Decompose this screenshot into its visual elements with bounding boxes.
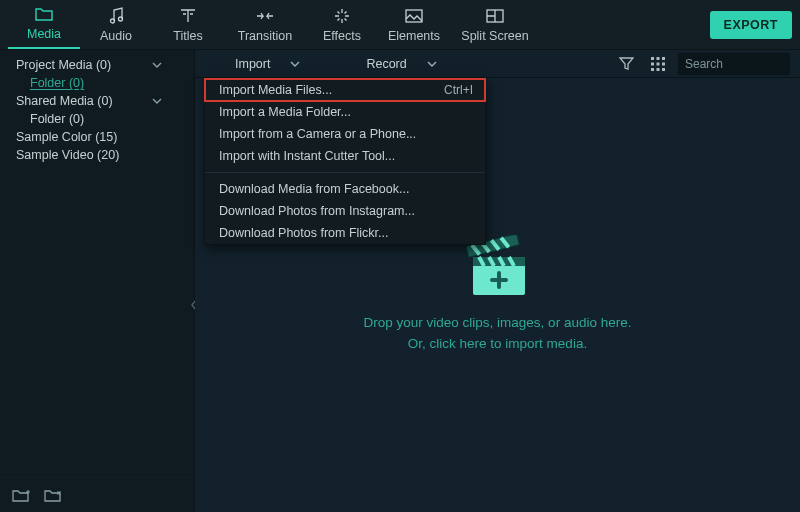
tab-label: Audio [80,29,152,43]
new-folder-button[interactable] [12,486,30,504]
transition-icon [224,5,306,27]
tab-titles[interactable]: Titles [152,5,224,49]
sidebar-item-label: Sample Color (15) [16,130,186,144]
menu-separator [205,172,485,173]
svg-rect-4 [651,57,654,60]
svg-rect-10 [651,68,654,71]
sidebar-item-label: Sample Video (20) [16,148,186,162]
sparkle-icon [306,5,378,27]
delete-folder-button[interactable] [44,486,62,504]
tab-effects[interactable]: Effects [306,5,378,49]
dropzone-text: Drop your video clips, images, or audio … [364,313,632,355]
record-label: Record [366,57,406,71]
sidebar-item-folder[interactable]: Folder (0) [0,110,194,128]
media-toolbar: Import Record [195,50,800,78]
import-label: Import [235,57,270,71]
menu-item-instant-cutter[interactable]: Import with Instant Cutter Tool... [205,145,485,167]
tab-label: Titles [152,29,224,43]
grid-view-icon[interactable] [646,52,670,76]
tab-label: Elements [378,29,450,43]
import-menu: Import Media Files... Ctrl+I Import a Me… [204,78,486,245]
top-tab-bar: Media Audio Titles Transition Effects El… [0,0,800,50]
sidebar-item-folder[interactable]: Folder (0) [0,74,194,92]
menu-item-download-facebook[interactable]: Download Media from Facebook... [205,178,485,200]
svg-rect-5 [657,57,660,60]
menu-item-label: Import from a Camera or a Phone... [219,127,416,141]
chevron-down-icon [427,59,437,69]
menu-item-download-flickr[interactable]: Download Photos from Flickr... [205,222,485,244]
chevron-down-icon[interactable] [150,58,164,72]
chevron-down-icon [290,59,300,69]
music-note-icon [80,5,152,27]
menu-item-import-media-folder[interactable]: Import a Media Folder... [205,101,485,123]
split-screen-icon [450,5,540,27]
sidebar-item-label: Folder (0) [30,76,186,90]
svg-rect-11 [657,68,660,71]
image-icon [378,5,450,27]
svg-rect-6 [662,57,665,60]
menu-item-shortcut: Ctrl+I [444,83,473,97]
search-box[interactable] [678,53,790,75]
dropzone-line1: Drop your video clips, images, or audio … [364,313,632,334]
menu-item-import-camera-phone[interactable]: Import from a Camera or a Phone... [205,123,485,145]
menu-item-label: Download Photos from Flickr... [219,226,389,240]
tab-label: Media [8,27,80,41]
text-icon [152,5,224,27]
menu-item-label: Import with Instant Cutter Tool... [219,149,395,163]
sidebar-item-project-media[interactable]: Project Media (0) [0,56,194,74]
tab-label: Effects [306,29,378,43]
menu-item-label: Import a Media Folder... [219,105,351,119]
export-button[interactable]: EXPORT [710,11,792,39]
sidebar-item-sample-video[interactable]: Sample Video (20) [0,146,194,164]
menu-item-label: Import Media Files... [219,83,332,97]
tab-audio[interactable]: Audio [80,5,152,49]
tab-transition[interactable]: Transition [224,5,306,49]
menu-item-import-media-files[interactable]: Import Media Files... Ctrl+I [205,79,485,101]
dropzone-line2: Or, click here to import media. [364,334,632,355]
chevron-down-icon[interactable] [150,94,164,108]
svg-point-1 [119,17,123,21]
sidebar-item-shared-media[interactable]: Shared Media (0) [0,92,194,110]
filter-icon[interactable] [614,52,638,76]
tab-split-screen[interactable]: Split Screen [450,5,540,49]
media-sidebar: Project Media (0) Folder (0) Shared Medi… [0,50,195,512]
tab-label: Split Screen [450,29,540,43]
svg-rect-8 [657,62,660,65]
tab-label: Transition [224,29,306,43]
svg-rect-9 [662,62,665,65]
menu-item-download-instagram[interactable]: Download Photos from Instagram... [205,200,485,222]
svg-rect-7 [651,62,654,65]
tab-elements[interactable]: Elements [378,5,450,49]
menu-item-label: Download Media from Facebook... [219,182,409,196]
svg-point-0 [111,19,115,23]
sidebar-item-label: Folder (0) [30,112,186,126]
sidebar-item-sample-color[interactable]: Sample Color (15) [0,128,194,146]
menu-item-label: Download Photos from Instagram... [219,204,415,218]
import-dropdown[interactable]: Import [225,57,310,71]
svg-rect-12 [662,68,665,71]
folder-icon [8,3,80,25]
tab-media[interactable]: Media [8,3,80,49]
record-dropdown[interactable]: Record [356,57,446,71]
search-input[interactable] [685,57,800,71]
